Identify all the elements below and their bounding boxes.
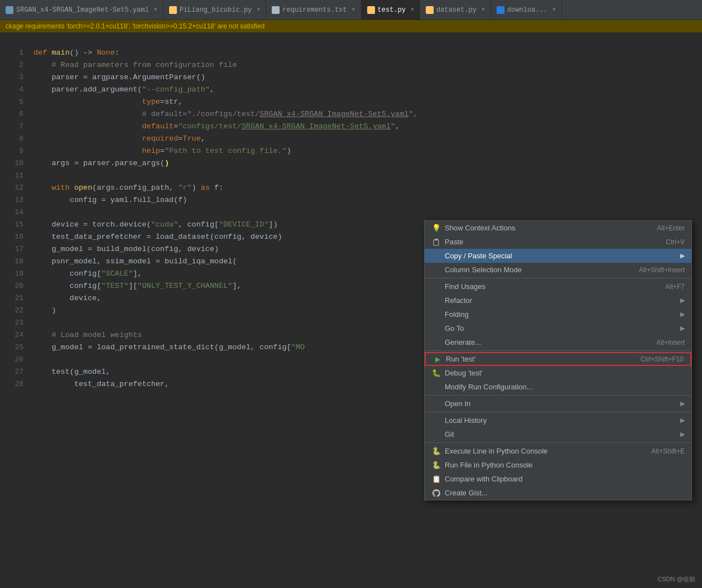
menu-item-folding[interactable]: Folding ▶: [425, 307, 691, 321]
menu-shortcut-run-test: Ctrl+Shift+F10: [641, 355, 684, 363]
python-icon-run-file: 🐍: [431, 461, 441, 469]
tab-close-yaml[interactable]: ×: [154, 7, 157, 13]
tab-yaml[interactable]: SRGAN_x4-SRGAN_ImageNet-Set5.yaml ×: [0, 0, 164, 20]
code-line-11: [33, 170, 702, 182]
arrow-icon-copy-paste: ▶: [680, 252, 685, 259]
separator-2: [425, 350, 691, 351]
menu-shortcut-column: Alt+Shift+Insert: [639, 266, 685, 274]
tab-download[interactable]: downloa... ×: [491, 0, 562, 20]
context-menu: 💡 Show Context Actions Alt+Enter Paste C…: [424, 220, 692, 500]
tab-close-download[interactable]: ×: [552, 7, 556, 13]
separator-1: [425, 278, 691, 278]
code-line-13: config = yaml.full_load(f): [33, 194, 702, 206]
arrow-icon-goto: ▶: [680, 325, 685, 332]
menu-item-git[interactable]: Git ▶: [425, 427, 691, 441]
menu-label-copy-paste-special: Copy / Paste Special: [445, 252, 676, 260]
menu-item-debug-test[interactable]: 🐛 Debug 'test': [425, 366, 691, 380]
tab-label-test: test.py: [378, 6, 406, 14]
watermark: CSDN @佐助: [658, 575, 695, 584]
menu-item-compare-clipboard[interactable]: 📋 Compare with Clipboard: [425, 472, 691, 486]
code-line-8: required=True,: [33, 133, 702, 145]
menu-label-folding: Folding: [445, 310, 676, 319]
lightbulb-icon: 💡: [431, 224, 441, 232]
code-line-6: # default="./configs/test/SRGAN_x4-SRGAN…: [33, 108, 702, 121]
tab-label-yaml: SRGAN_x4-SRGAN_ImageNet-Set5.yaml: [16, 6, 149, 14]
menu-item-modify-run[interactable]: Modify Run Configuration...: [425, 380, 691, 394]
menu-label-run-test: Run 'test': [446, 355, 641, 363]
menu-shortcut-generate: Alt+Insert: [656, 339, 685, 346]
menu-label-open-in: Open In: [445, 399, 676, 408]
code-line-14: [33, 206, 702, 219]
separator-5: [425, 442, 691, 443]
menu-item-run-test[interactable]: ▶ Run 'test' Ctrl+Shift+F10: [425, 352, 691, 366]
tab-icon-download: [497, 6, 504, 14]
tab-icon-piliang: [169, 6, 177, 14]
arrow-icon-folding: ▶: [680, 311, 685, 318]
code-line-3: parser = argparse.ArgumentParser(): [33, 71, 702, 84]
menu-item-find-usages[interactable]: Find Usages Alt+F7: [425, 279, 691, 293]
menu-item-show-context[interactable]: 💡 Show Context Actions Alt+Enter: [425, 221, 691, 235]
tab-icon-dataset: [426, 6, 434, 14]
menu-item-execute-line[interactable]: 🐍 Execute Line in Python Console Alt+Shi…: [425, 444, 691, 458]
tab-close-piliang[interactable]: ×: [257, 7, 260, 13]
menu-item-paste[interactable]: Paste Ctrl+V: [425, 235, 691, 249]
tab-dataset[interactable]: dataset.py ×: [420, 0, 491, 20]
menu-label-show-context: Show Context Actions: [445, 224, 657, 232]
debug-icon: 🐛: [431, 369, 441, 377]
menu-shortcut-paste: Ctrl+V: [666, 238, 685, 246]
menu-item-column-selection[interactable]: Column Selection Mode Alt+Shift+Insert: [425, 263, 691, 277]
tab-icon-requirements: [272, 6, 280, 14]
tab-label-piliang: PiLiang_bicubic.py: [180, 6, 252, 14]
tab-test-py[interactable]: test.py ×: [362, 0, 420, 20]
tab-close-test[interactable]: ×: [411, 7, 414, 13]
arrow-icon-refactor: ▶: [680, 297, 685, 304]
github-icon: [431, 489, 441, 497]
menu-shortcut-show-context: Alt+Enter: [657, 224, 685, 232]
menu-item-generate[interactable]: Generate... Alt+Insert: [425, 335, 691, 349]
menu-label-paste: Paste: [445, 238, 666, 246]
svg-rect-1: [435, 239, 438, 240]
menu-label-modify-run: Modify Run Configuration...: [445, 383, 685, 391]
run-icon: ▶: [432, 355, 443, 363]
tab-label-requirements: requirements.txt: [282, 6, 347, 14]
code-line-0: [33, 35, 702, 47]
arrow-icon-git: ▶: [680, 431, 685, 438]
menu-label-debug-test: Debug 'test': [445, 369, 685, 377]
warning-bar: ckage requirements 'torch>=2.0.1+cu118',…: [0, 20, 702, 32]
tab-close-dataset[interactable]: ×: [482, 7, 485, 13]
code-line-4: parser.add_argument("--config_path",: [33, 84, 702, 96]
menu-item-local-history[interactable]: Local History ▶: [425, 413, 691, 427]
code-line-12: with open(args.config_path, "r") as f:: [33, 182, 702, 194]
code-line-1: def main() -> None:: [33, 47, 702, 59]
warning-text: ckage requirements 'torch>=2.0.1+cu118',…: [6, 22, 265, 30]
menu-item-create-gist[interactable]: Create Gist...: [425, 486, 691, 500]
code-line-5: type=str,: [33, 96, 702, 108]
compare-icon: 📋: [431, 475, 441, 483]
menu-shortcut-find: Alt+F7: [665, 283, 685, 291]
menu-item-goto[interactable]: Go To ▶: [425, 321, 691, 335]
menu-shortcut-execute: Alt+Shift+E: [651, 447, 685, 455]
menu-item-copy-paste-special[interactable]: Copy / Paste Special ▶: [425, 249, 691, 263]
menu-item-open-in[interactable]: Open In ▶: [425, 397, 691, 411]
menu-label-git: Git: [445, 430, 676, 438]
menu-item-refactor[interactable]: Refactor ▶: [425, 293, 691, 307]
svg-rect-0: [434, 240, 439, 245]
menu-label-generate: Generate...: [445, 338, 656, 346]
arrow-icon-open-in: ▶: [680, 400, 685, 407]
menu-label-goto: Go To: [445, 324, 676, 332]
menu-label-create-gist: Create Gist...: [445, 489, 685, 497]
arrow-icon-history: ▶: [680, 417, 685, 424]
tab-piliang[interactable]: PiLiang_bicubic.py ×: [164, 0, 267, 20]
tab-icon-yaml: [6, 6, 13, 14]
code-line-9: help="Path to test config file."): [33, 145, 702, 157]
python-icon-execute: 🐍: [431, 447, 441, 455]
tab-bar: SRGAN_x4-SRGAN_ImageNet-Set5.yaml × PiLi…: [0, 0, 702, 20]
separator-3: [425, 395, 691, 396]
paste-icon: [431, 238, 441, 246]
tab-icon-test: [367, 6, 375, 14]
menu-item-run-file[interactable]: 🐍 Run File in Python Console: [425, 458, 691, 472]
tab-requirements[interactable]: requirements.txt ×: [266, 0, 361, 20]
menu-label-local-history: Local History: [445, 416, 676, 425]
menu-label-column-selection: Column Selection Mode: [445, 266, 639, 274]
tab-close-requirements[interactable]: ×: [352, 7, 355, 13]
